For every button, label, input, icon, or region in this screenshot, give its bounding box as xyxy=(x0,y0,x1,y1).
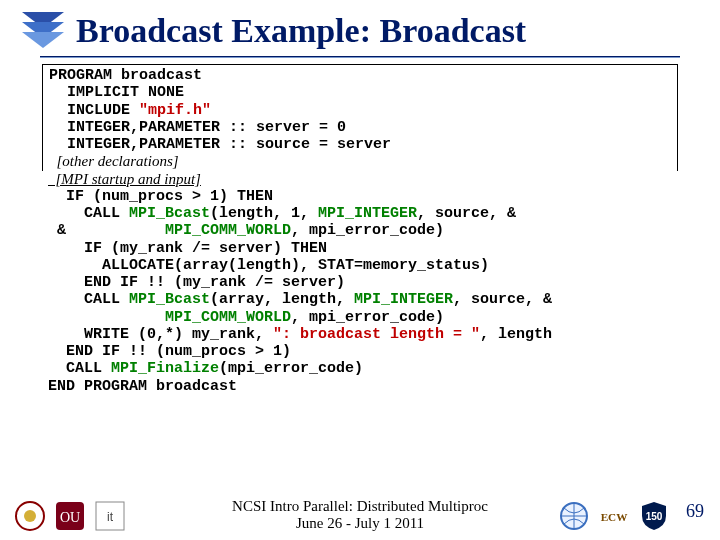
code-box-top: PROGRAM broadcast IMPLICIT NONE INCLUDE … xyxy=(42,64,678,171)
code-comment: [MPI startup and input] xyxy=(48,171,672,188)
slide-title: Broadcast Example: Broadcast xyxy=(76,12,526,50)
code-line: MPI_COMM_WORLD, mpi_error_code) xyxy=(48,309,672,326)
svg-text:150: 150 xyxy=(646,511,663,522)
mpi-const: MPI_COMM_WORLD xyxy=(165,222,291,239)
code-line: PROGRAM broadcast xyxy=(49,67,671,84)
footer-line1: NCSI Intro Parallel: Distributed Multipr… xyxy=(232,498,488,515)
code-line: INTEGER,PARAMETER :: source = server xyxy=(49,136,671,153)
code-line: END PROGRAM broadcast xyxy=(48,378,672,395)
code-string: ": broadcast length = " xyxy=(273,326,480,343)
code-line: CALL MPI_Bcast(length, 1, MPI_INTEGER, s… xyxy=(48,205,672,222)
svg-text:ECW: ECW xyxy=(601,511,629,523)
footer-line2: June 26 - July 1 2011 xyxy=(232,515,488,532)
slide-root: Broadcast Example: Broadcast PROGRAM bro… xyxy=(0,0,720,540)
shield-150-logo-icon: 150 xyxy=(638,500,670,532)
mpi-call: MPI_Bcast xyxy=(129,205,210,222)
code-line: & MPI_COMM_WORLD, mpi_error_code) xyxy=(48,222,672,239)
code-body: [MPI startup and input] IF (num_procs > … xyxy=(42,171,678,395)
mpi-const: MPI_INTEGER xyxy=(318,205,417,222)
code-line: CALL MPI_Finalize(mpi_error_code) xyxy=(48,360,672,377)
code-line: INCLUDE "mpif.h" xyxy=(49,102,671,119)
slide-header: Broadcast Example: Broadcast xyxy=(0,0,720,52)
header-rule xyxy=(40,56,680,58)
code-line: WRITE (0,*) my_rank, ": broadcast length… xyxy=(48,326,672,343)
code-line: IMPLICIT NONE xyxy=(49,84,671,101)
page-number: 69 xyxy=(686,501,704,522)
mpi-const: MPI_COMM_WORLD xyxy=(165,309,291,326)
code-line: CALL MPI_Bcast(array, length, MPI_INTEGE… xyxy=(48,291,672,308)
svg-marker-2 xyxy=(22,32,64,48)
footer-text: NCSI Intro Parallel: Distributed Multipr… xyxy=(232,498,488,532)
code-line: INTEGER,PARAMETER :: server = 0 xyxy=(49,119,671,136)
code-line: IF (num_procs > 1) THEN xyxy=(48,188,672,205)
code-line: IF (my_rank /= server) THEN xyxy=(48,240,672,257)
code-string: "mpif.h" xyxy=(139,102,211,119)
code-line: END IF !! (num_procs > 1) xyxy=(48,343,672,360)
chevron-logo-icon xyxy=(20,10,66,52)
globe-logo-icon xyxy=(558,500,590,532)
mpi-const: MPI_INTEGER xyxy=(354,291,453,308)
footer-logos-right: ECW 150 xyxy=(558,500,670,532)
code-comment: [other declarations] xyxy=(49,153,671,170)
mpi-call: MPI_Bcast xyxy=(129,291,210,308)
mpi-call: MPI_Finalize xyxy=(111,360,219,377)
ecw-logo-icon: ECW xyxy=(598,500,630,532)
code-line: ALLOCATE(array(length), STAT=memory_stat… xyxy=(48,257,672,274)
code-line: END IF !! (my_rank /= server) xyxy=(48,274,672,291)
